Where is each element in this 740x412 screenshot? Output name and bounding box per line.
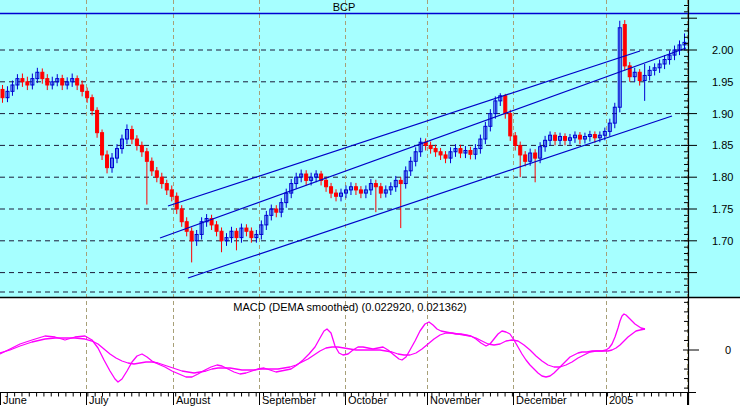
candle-down xyxy=(215,225,218,231)
candle-down xyxy=(180,209,183,222)
candle-down xyxy=(96,110,99,132)
month-label: June xyxy=(3,394,27,406)
candle-down xyxy=(305,174,308,180)
macd-zero-label: 0 xyxy=(725,344,731,356)
candle-down xyxy=(554,135,557,140)
candle-down xyxy=(524,155,527,161)
candle-down xyxy=(185,222,188,232)
candle-down xyxy=(245,228,248,231)
candle-down xyxy=(469,150,472,154)
candle-down xyxy=(335,193,338,196)
candle-down xyxy=(514,136,517,146)
candle-down xyxy=(135,139,138,145)
candle-down xyxy=(330,187,333,193)
month-label: September xyxy=(262,394,316,406)
candle-down xyxy=(26,82,29,85)
chart-window: 2.001.951.901.851.801.751.70JuneJulyAugu… xyxy=(0,0,740,412)
candle-down xyxy=(429,145,432,148)
candle-down xyxy=(1,89,4,97)
month-label: August xyxy=(176,394,210,406)
candle-down xyxy=(150,161,153,171)
candle-down xyxy=(593,135,596,138)
price-axis-label: 1.95 xyxy=(712,76,733,88)
candle-down xyxy=(275,209,278,212)
candle-down xyxy=(623,25,626,66)
candle-down xyxy=(41,72,44,78)
candle-down xyxy=(459,149,462,153)
candle-down xyxy=(86,91,89,97)
candle-down xyxy=(578,135,581,139)
candle-down xyxy=(235,231,238,237)
candle-down xyxy=(76,79,79,85)
candle-down xyxy=(170,190,173,196)
chart-title: BCP xyxy=(333,1,356,13)
price-axis-label: 1.80 xyxy=(712,171,733,183)
candle-down xyxy=(534,153,537,158)
month-label: November xyxy=(430,394,481,406)
candle-down xyxy=(145,152,148,162)
candle-down xyxy=(21,79,24,82)
candle-down xyxy=(564,136,567,140)
candle-down xyxy=(434,149,437,152)
main-panel-background xyxy=(0,0,740,297)
candle-down xyxy=(220,231,223,241)
candle-down xyxy=(61,79,64,85)
candle-down xyxy=(439,152,442,155)
month-label: December xyxy=(516,394,567,406)
candle-down xyxy=(190,231,193,241)
candle-down xyxy=(155,171,158,177)
candle-down xyxy=(130,130,133,140)
candle-down xyxy=(638,72,641,80)
candle-down xyxy=(359,190,362,193)
candle-down xyxy=(250,231,253,237)
month-label: July xyxy=(89,394,109,406)
candle-down xyxy=(101,133,104,155)
candle-down xyxy=(354,187,357,190)
candle-down xyxy=(444,155,447,158)
candle-down xyxy=(46,79,49,85)
price-axis-label: 1.90 xyxy=(712,108,733,120)
candle-down xyxy=(140,145,143,151)
candle-down xyxy=(509,114,512,136)
candle-down xyxy=(379,187,382,193)
candle-down xyxy=(160,177,163,183)
candle-down xyxy=(91,98,94,111)
candle-down xyxy=(81,85,84,91)
month-label: 2005 xyxy=(609,394,633,406)
candle-down xyxy=(504,96,507,114)
price-axis-label: 1.85 xyxy=(712,139,733,151)
candle-down xyxy=(165,184,168,190)
month-label: October xyxy=(348,394,387,406)
candle-down xyxy=(519,145,522,155)
price-axis-label: 1.70 xyxy=(712,235,733,247)
price-axis-label: 2.00 xyxy=(712,44,733,56)
candle-down xyxy=(106,155,109,168)
price-chart: 2.001.951.901.851.801.751.70JuneJulyAugu… xyxy=(0,0,740,412)
candle-down xyxy=(325,180,328,186)
candle-down xyxy=(399,180,402,183)
macd-label: MACD (DEMA smoothed) (0.022920, 0.021362… xyxy=(233,301,467,313)
price-axis-label: 1.75 xyxy=(712,203,733,215)
candle-down xyxy=(374,184,377,187)
